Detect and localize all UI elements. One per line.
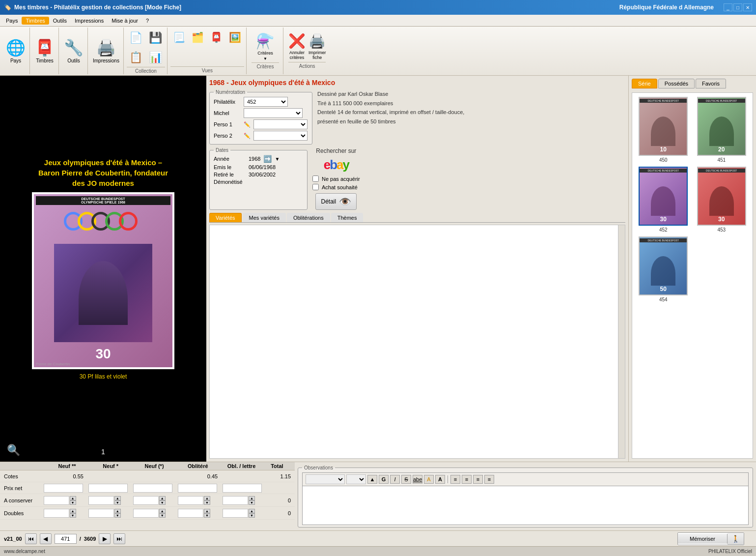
- checkbox-achat-souhaite[interactable]: Achat souhaité: [312, 184, 360, 190]
- minimize-button[interactable]: _: [724, 3, 732, 11]
- nav-first-btn[interactable]: ⏮: [25, 533, 37, 544]
- doubles-obl-lettre-down[interactable]: ▼: [249, 513, 255, 518]
- imprimer-fiche-btn[interactable]: 🖨️ Imprimerfiche: [308, 33, 326, 60]
- menu-help[interactable]: ?: [142, 17, 153, 25]
- aconserver-oblitere-down[interactable]: ▼: [204, 500, 210, 505]
- obs-strike-btn[interactable]: S: [401, 475, 411, 484]
- aconserver-neuf2-up[interactable]: ▲: [70, 496, 76, 500]
- doubles-obl-lettre-input[interactable]: [223, 509, 248, 518]
- detail-button[interactable]: Détail 👁️: [315, 193, 357, 210]
- obs-size-select[interactable]: [346, 474, 366, 484]
- obs-justify-btn[interactable]: ≡: [484, 475, 494, 484]
- annuler-criteres-btn[interactable]: ❌ Annulercritères: [288, 33, 306, 60]
- obs-align-center-btn[interactable]: ≡: [462, 475, 472, 484]
- aconserver-neuf1-down[interactable]: ▼: [114, 500, 121, 505]
- close-button[interactable]: ✕: [743, 3, 752, 11]
- nav-last-btn[interactable]: ⏭: [113, 533, 125, 544]
- collection-save-icon[interactable]: 💾: [146, 29, 165, 47]
- aconserver-oblitere-input[interactable]: [178, 496, 203, 505]
- vues-list-icon[interactable]: 📃: [170, 29, 188, 46]
- checkbox-ne-pas-acquerir-input[interactable]: [312, 176, 319, 182]
- philatelix-select[interactable]: 452: [244, 97, 288, 107]
- variety-scrollbar[interactable]: [618, 225, 625, 458]
- doubles-neuf1-up[interactable]: ▲: [114, 509, 121, 513]
- aconserver-obl-lettre-down[interactable]: ▼: [249, 500, 255, 505]
- obs-underline-btn[interactable]: abe: [413, 475, 422, 484]
- aconserver-neuf1-input[interactable]: [88, 496, 114, 505]
- doubles-neuf1-down[interactable]: ▼: [114, 513, 121, 518]
- collection-grid-icon[interactable]: 📊: [146, 48, 165, 67]
- obs-color-btn[interactable]: A: [424, 475, 434, 484]
- doubles-neuf0-down[interactable]: ▼: [159, 513, 166, 518]
- aconserver-neuf0-down[interactable]: ▼: [159, 500, 166, 505]
- doubles-oblitere-down[interactable]: ▼: [204, 513, 210, 518]
- aconserver-oblitere-up[interactable]: ▲: [204, 496, 210, 500]
- prixnet-neuf1-input[interactable]: [88, 484, 128, 493]
- stamp-thumb-450[interactable]: DEUTSCHE BUNDESPOST 10 450: [636, 97, 691, 163]
- toolbar-outils[interactable]: 🔧 Outils: [60, 28, 88, 74]
- menu-timbres[interactable]: Timbres: [22, 17, 49, 25]
- maximize-button[interactable]: □: [733, 3, 742, 11]
- menu-pays[interactable]: Pays: [2, 17, 22, 25]
- obs-bold-btn[interactable]: G: [379, 475, 389, 484]
- obs-align-left-btn[interactable]: ≡: [450, 475, 460, 484]
- aconserver-neuf0-input[interactable]: [133, 496, 159, 505]
- toolbar-timbres[interactable]: 📮 Timbres: [31, 28, 59, 74]
- toolbar-pays[interactable]: 🌐 Pays: [2, 28, 30, 74]
- doubles-neuf0-input[interactable]: [133, 509, 159, 518]
- right-tab-favoris[interactable]: Favoris: [696, 79, 726, 88]
- menu-miseajour[interactable]: Mise à jour: [108, 17, 142, 25]
- memoriser-button[interactable]: Mémoriser: [678, 534, 728, 544]
- prixnet-obl-lettre-input[interactable]: [223, 484, 262, 493]
- aconserver-neuf2-down[interactable]: ▼: [70, 500, 76, 505]
- perso1-select[interactable]: [253, 119, 308, 129]
- aconserver-neuf0-up[interactable]: ▲: [159, 496, 166, 500]
- stamp-thumb-451[interactable]: DEUTSCHE BUNDESPOST 20 451: [695, 97, 749, 163]
- collection-doc-icon[interactable]: 📄: [127, 29, 145, 47]
- ebay-logo[interactable]: ebay: [324, 157, 349, 173]
- vues-img-icon[interactable]: 🖼️: [226, 29, 244, 46]
- zoom-icon[interactable]: 🔍: [7, 444, 20, 457]
- obs-italic-btn[interactable]: I: [390, 475, 400, 484]
- nav-next-btn[interactable]: ▶: [99, 533, 111, 544]
- nav-prev-btn[interactable]: ◀: [40, 533, 52, 544]
- prixnet-neuf2-input[interactable]: [44, 484, 83, 493]
- right-tab-serie[interactable]: Série: [632, 79, 657, 88]
- obs-align-right-btn[interactable]: ≡: [473, 475, 483, 484]
- obs-up-btn[interactable]: ▲: [367, 475, 377, 484]
- tab-themes[interactable]: Thèmes: [331, 213, 364, 222]
- menu-impressions[interactable]: Impressions: [71, 17, 108, 25]
- page-current-input[interactable]: [55, 534, 77, 544]
- date-dropdown-annee[interactable]: ▼: [275, 156, 280, 162]
- prixnet-oblitere-input[interactable]: [178, 484, 217, 493]
- vues-stamp-icon[interactable]: 📮: [208, 29, 225, 46]
- menu-outils[interactable]: Outils: [49, 17, 71, 25]
- tab-varietes[interactable]: Variétés: [209, 213, 242, 222]
- aconserver-neuf2-input[interactable]: [44, 496, 69, 505]
- perso2-edit-icon[interactable]: ✏️: [244, 133, 251, 139]
- doubles-neuf0-up[interactable]: ▲: [159, 509, 166, 513]
- doubles-neuf1-input[interactable]: [88, 509, 114, 518]
- doubles-oblitere-up[interactable]: ▲: [204, 509, 210, 513]
- tab-mes-varietes[interactable]: Mes variétés: [243, 213, 286, 222]
- checkbox-ne-pas-acquerir[interactable]: Ne pas acquérir: [312, 176, 360, 182]
- obs-color2-btn[interactable]: A: [435, 475, 445, 484]
- date-arrow-annee[interactable]: ➡️: [263, 155, 272, 163]
- memoriser-person-icon[interactable]: 🚶: [728, 533, 744, 545]
- stamp-thumb-452[interactable]: DEUTSCHE BUNDESPOST 30 452: [636, 167, 691, 233]
- stamp-thumb-454[interactable]: DEUTSCHE BUNDESPOST 50 454: [636, 236, 691, 302]
- prixnet-neuf0-input[interactable]: [133, 484, 172, 493]
- toolbar-impressions[interactable]: 🖨️ Impressions: [89, 28, 124, 74]
- tab-obliterations[interactable]: Oblitérations: [287, 213, 330, 222]
- observations-textarea[interactable]: [302, 486, 749, 525]
- perso2-select[interactable]: [253, 131, 308, 141]
- michel-select[interactable]: [244, 108, 303, 118]
- doubles-neuf2-input[interactable]: [44, 509, 69, 518]
- checkbox-achat-souhaite-input[interactable]: [312, 184, 319, 190]
- doubles-obl-lettre-up[interactable]: ▲: [249, 509, 255, 513]
- right-tab-possedes[interactable]: Possédés: [658, 79, 695, 88]
- doubles-neuf2-down[interactable]: ▼: [70, 513, 76, 518]
- collection-view-icon[interactable]: 📋: [127, 48, 145, 67]
- obs-font-select[interactable]: [306, 474, 345, 484]
- aconserver-obl-lettre-up[interactable]: ▲: [249, 496, 255, 500]
